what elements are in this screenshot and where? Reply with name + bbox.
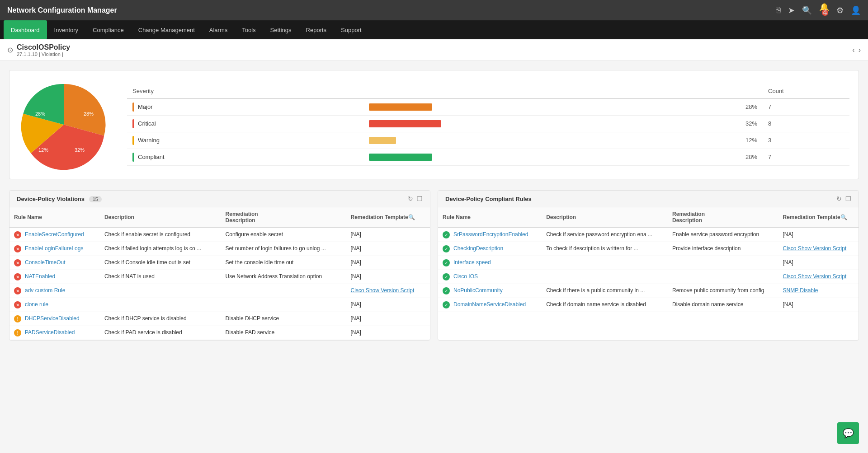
remediation-template-cell: Cisco Show Version Script	[778, 270, 859, 284]
table-row: ✓ NoPublicCommunity Check if there is a …	[438, 284, 859, 298]
rule-link[interactable]: clone rule	[25, 301, 48, 308]
expand-icon-2[interactable]: ❐	[845, 195, 851, 202]
table-row: ! PADServiceDisabled Check if PAD servic…	[9, 326, 430, 340]
tables-row: Device-Policy Violations 15 ↻ ❐ Rule Nam…	[9, 190, 859, 341]
rule-link[interactable]: Interface speed	[453, 259, 491, 266]
nav-tools[interactable]: Tools	[235, 20, 263, 39]
description-cell: Check if NAT is used	[100, 270, 221, 284]
refresh-icon-2[interactable]: ↻	[836, 195, 842, 202]
nav-compliance[interactable]: Compliance	[85, 20, 131, 39]
template-value: [NA]	[351, 273, 361, 280]
table-row: ✕ NATEnabled Check if NAT is used Use Ne…	[9, 270, 430, 284]
search-icon[interactable]: 🔍	[802, 5, 812, 15]
bell-icon[interactable]: 🔔 4	[819, 2, 829, 19]
status-icon: ✕	[14, 287, 21, 294]
compliant-count: 7	[763, 149, 849, 165]
user-icon[interactable]: 👤	[851, 5, 861, 15]
pie-label-critical: 32%	[75, 147, 85, 153]
description-cell	[542, 256, 668, 270]
violations-table: Rule Name Description RemediationDescrip…	[9, 207, 430, 340]
description-cell: Check if service password encryption ena…	[542, 228, 668, 242]
nav-change-management[interactable]: Change Management	[131, 20, 202, 39]
remediation-desc-cell: Disable domain name service	[668, 298, 778, 312]
main-content: 28% 32% 12% 28% Severity Count	[0, 61, 868, 453]
table-row: ✕ ConsoleTimeOut Check if Console idle t…	[9, 256, 430, 270]
app-title: Network Configuration Manager	[7, 6, 117, 14]
remediation-desc-cell: Configure enable secret	[221, 228, 346, 242]
critical-pct: 32%	[689, 115, 763, 132]
status-icon: !	[14, 329, 21, 336]
table-row: ✕ adv custom Rule Cisco Show Version Scr…	[9, 284, 430, 298]
nav-inventory[interactable]: Inventory	[47, 20, 85, 39]
compliant-table: Rule Name Description RemediationDescrip…	[438, 207, 859, 312]
rule-name-cell: ✕ clone rule	[9, 298, 100, 312]
violations-panel-title-group: Device-Policy Violations 15	[17, 196, 102, 202]
rule-link[interactable]: PADServiceDisabled	[25, 329, 75, 336]
rule-link[interactable]: SrPasswordEncryptionEnabled	[453, 231, 528, 238]
remediation-template-cell: [NA]	[778, 256, 859, 270]
col-remediation-template-2: Remediation Template🔍	[778, 207, 859, 228]
title-bar: Network Configuration Manager ⎘ ➤ 🔍 🔔 4 …	[0, 0, 868, 20]
remediation-desc-cell	[668, 256, 778, 270]
compliant-panel: Device-Policy Compliant Rules ↻ ❐ Rule N…	[438, 190, 859, 341]
nav-alarms[interactable]: Alarms	[202, 20, 235, 39]
col-description-2: Description	[542, 207, 668, 228]
remediation-template-cell: [NA]	[346, 270, 430, 284]
rule-link[interactable]: Cisco IOS	[453, 273, 478, 280]
col-description: Description	[100, 207, 221, 228]
remediation-template-cell: [NA]	[346, 326, 430, 340]
next-icon[interactable]: ›	[859, 46, 861, 54]
ok-icon: ✓	[443, 245, 450, 252]
rule-link[interactable]: NATEnabled	[25, 273, 55, 280]
monitor-icon[interactable]: ⎘	[776, 5, 781, 15]
template-link[interactable]: Cisco Show Version Script	[351, 287, 415, 294]
rule-link[interactable]: CheckingDescription	[453, 245, 503, 252]
nav-dashboard[interactable]: Dashboard	[4, 20, 47, 39]
rule-link[interactable]: ConsoleTimeOut	[25, 259, 66, 266]
template-link[interactable]: SNMP Disable	[783, 287, 818, 294]
critical-bar	[369, 120, 441, 127]
compliant-panel-actions: ↻ ❐	[836, 195, 851, 202]
table-row: ✓ Cisco IOS Cisco Show Version Script	[438, 270, 859, 284]
status-icon: ✕	[14, 245, 21, 252]
compliant-bar-cell	[363, 149, 689, 165]
remediation-desc-cell	[221, 298, 346, 312]
rule-name-cell: ✓ CheckingDescription	[438, 242, 542, 256]
rule-link[interactable]: EnableSecretConfigured	[25, 231, 84, 238]
critical-indicator	[132, 119, 134, 128]
rule-name-cell: ✓ NoPublicCommunity	[438, 284, 542, 298]
critical-bar-cell	[363, 115, 689, 132]
refresh-icon[interactable]: ↻	[408, 195, 413, 202]
gear-icon[interactable]: ⚙	[836, 5, 844, 15]
prev-icon[interactable]: ‹	[852, 46, 854, 54]
nav-settings[interactable]: Settings	[263, 20, 299, 39]
rule-link[interactable]: DomainNameServiceDisabled	[453, 301, 526, 308]
col-remediation-desc: RemediationDescription	[221, 207, 346, 228]
nav-reports[interactable]: Reports	[299, 20, 334, 39]
template-value: [NA]	[351, 231, 361, 238]
nav-support[interactable]: Support	[334, 20, 369, 39]
compliant-panel-title-group: Device-Policy Compliant Rules	[445, 196, 532, 202]
rule-link[interactable]: adv custom Rule	[25, 287, 65, 294]
expand-icon[interactable]: ❐	[417, 195, 423, 202]
severity-critical-label: Critical	[127, 115, 363, 132]
remediation-desc-cell: Provide interface description	[668, 242, 778, 256]
rule-link[interactable]: NoPublicCommunity	[453, 287, 503, 294]
rule-name-cell: ✕ NATEnabled	[9, 270, 100, 284]
status-icon: ✕	[14, 231, 21, 238]
rule-link[interactable]: EnableLoginFailureLogs	[25, 245, 83, 252]
template-value: [NA]	[783, 259, 793, 266]
chat-button[interactable]: 💬	[837, 422, 859, 444]
rocket-icon[interactable]: ➤	[788, 5, 795, 15]
template-link[interactable]: Cisco Show Version Script	[783, 273, 847, 280]
rule-link[interactable]: DHCPServiceDisabled	[25, 315, 80, 322]
back-icon[interactable]: ⊙	[7, 46, 13, 54]
status-icon: ✕	[14, 273, 21, 280]
table-row: ✓ DomainNameServiceDisabled Check if dom…	[438, 298, 859, 312]
template-value: [NA]	[783, 301, 793, 308]
remediation-template-cell: [NA]	[346, 256, 430, 270]
chart-section: 28% 32% 12% 28% Severity Count	[9, 70, 859, 179]
status-icon: ✕	[14, 259, 21, 266]
template-link[interactable]: Cisco Show Version Script	[783, 245, 847, 252]
rule-name-cell: ! PADServiceDisabled	[9, 326, 100, 340]
